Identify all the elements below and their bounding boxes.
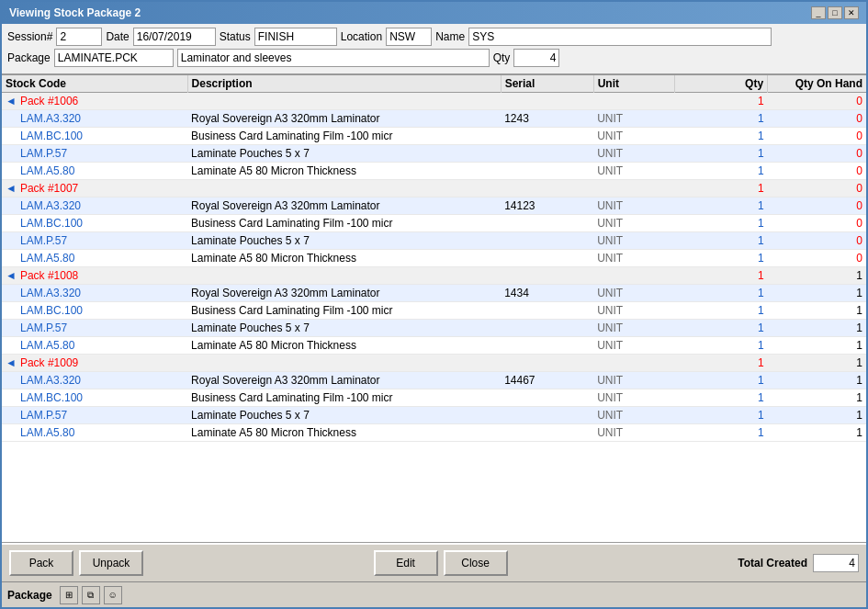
session-input[interactable] bbox=[56, 28, 102, 46]
item-desc: Laminate Pouches 5 x 7 bbox=[187, 407, 501, 424]
table-row: ◄Pack #1009 1 1 bbox=[2, 355, 866, 372]
pack-serial bbox=[501, 355, 593, 372]
item-unit: UNIT bbox=[593, 424, 674, 442]
expand-arrow[interactable]: ◄ bbox=[6, 95, 17, 107]
item-stockcode: LAM.P.57 bbox=[2, 407, 187, 424]
table-row: ◄Pack #1006 1 0 bbox=[2, 93, 866, 110]
expand-arrow[interactable]: ◄ bbox=[6, 356, 17, 369]
col-header-unit: Unit bbox=[593, 75, 674, 93]
item-serial bbox=[501, 215, 593, 232]
item-serial bbox=[501, 424, 593, 442]
item-serial bbox=[501, 389, 593, 407]
button-bar: Pack Unpack Edit Close Total Created bbox=[2, 543, 866, 581]
item-serial: 1434 bbox=[501, 285, 593, 302]
pack-qty: 1 bbox=[675, 180, 768, 197]
qty-label: Qty bbox=[493, 51, 511, 64]
location-input[interactable] bbox=[386, 28, 432, 46]
item-serial bbox=[501, 232, 593, 250]
status-input[interactable] bbox=[254, 28, 337, 46]
bottom-area: Pack Unpack Edit Close Total Created Pac… bbox=[2, 543, 866, 607]
item-stockcode: LAM.P.57 bbox=[2, 320, 187, 337]
form-row-2: Package Qty bbox=[7, 49, 861, 67]
table-row: LAM.A5.80 Laminate A5 80 Micron Thicknes… bbox=[2, 424, 866, 442]
item-stockcode: LAM.A3.320 bbox=[2, 110, 187, 128]
item-desc: Laminate A5 80 Micron Thickness bbox=[187, 250, 501, 267]
item-desc: Royal Sovereign A3 320mm Laminator bbox=[187, 110, 501, 128]
table-row: LAM.BC.100 Business Card Laminating Film… bbox=[2, 302, 866, 320]
package-code-input[interactable] bbox=[54, 49, 174, 67]
pack-unit bbox=[593, 267, 674, 285]
minimize-button[interactable]: _ bbox=[811, 6, 826, 19]
item-stockcode: LAM.A3.320 bbox=[2, 372, 187, 389]
item-unit: UNIT bbox=[593, 320, 674, 337]
edit-button[interactable]: Edit bbox=[374, 550, 438, 576]
item-qtyonhand: 1 bbox=[768, 320, 866, 337]
pack-qty: 1 bbox=[675, 93, 768, 110]
item-serial: 14123 bbox=[501, 197, 593, 215]
item-desc: Laminate Pouches 5 x 7 bbox=[187, 232, 501, 250]
item-desc: Business Card Laminating Film -100 micr bbox=[187, 128, 501, 145]
item-qtyonhand: 0 bbox=[768, 215, 866, 232]
item-qty: 1 bbox=[675, 337, 768, 355]
item-qtyonhand: 1 bbox=[768, 424, 866, 442]
table-row: LAM.BC.100 Business Card Laminating Film… bbox=[2, 215, 866, 232]
pack-serial bbox=[501, 180, 593, 197]
location-label: Location bbox=[341, 30, 382, 43]
item-serial bbox=[501, 145, 593, 163]
date-input[interactable] bbox=[133, 28, 216, 46]
item-qtyonhand: 1 bbox=[768, 285, 866, 302]
close-button[interactable]: ✕ bbox=[844, 6, 859, 19]
item-desc: Business Card Laminating Film -100 micr bbox=[187, 389, 501, 407]
item-unit: UNIT bbox=[593, 232, 674, 250]
item-qty: 1 bbox=[675, 163, 768, 180]
pack-stockcode: ◄Pack #1006 bbox=[2, 93, 187, 110]
package-label: Package bbox=[7, 51, 51, 64]
status-bar: Package ⊞ ⧉ ☺ bbox=[2, 581, 866, 607]
pack-qtyonhand: 0 bbox=[768, 93, 866, 110]
restore-button[interactable]: □ bbox=[828, 6, 842, 19]
pack-desc bbox=[187, 93, 501, 110]
expand-arrow[interactable]: ◄ bbox=[6, 182, 17, 195]
item-qtyonhand: 0 bbox=[768, 232, 866, 250]
pack-unit bbox=[593, 93, 674, 110]
item-stockcode: LAM.BC.100 bbox=[2, 389, 187, 407]
table-row: ◄Pack #1008 1 1 bbox=[2, 267, 866, 285]
item-qty: 1 bbox=[675, 250, 768, 267]
qty-input[interactable] bbox=[513, 49, 559, 67]
expand-arrow[interactable]: ◄ bbox=[6, 269, 17, 282]
item-serial bbox=[501, 163, 593, 180]
item-stockcode: LAM.A3.320 bbox=[2, 197, 187, 215]
item-desc: Laminate A5 80 Micron Thickness bbox=[187, 337, 501, 355]
item-qtyonhand: 0 bbox=[768, 128, 866, 145]
item-qty: 1 bbox=[675, 110, 768, 128]
item-desc: Royal Sovereign A3 320mm Laminator bbox=[187, 197, 501, 215]
item-unit: UNIT bbox=[593, 163, 674, 180]
pack-button[interactable]: Pack bbox=[9, 550, 73, 576]
item-serial bbox=[501, 407, 593, 424]
package-desc-input[interactable] bbox=[177, 49, 490, 67]
close-button-bar[interactable]: Close bbox=[444, 550, 508, 576]
item-stockcode: LAM.BC.100 bbox=[2, 128, 187, 145]
total-created-label: Total Created bbox=[738, 557, 807, 570]
item-stockcode: LAM.A5.80 bbox=[2, 163, 187, 180]
unpack-button[interactable]: Unpack bbox=[79, 550, 143, 576]
pack-stockcode: ◄Pack #1007 bbox=[2, 180, 187, 197]
item-stockcode: LAM.A3.320 bbox=[2, 285, 187, 302]
item-unit: UNIT bbox=[593, 285, 674, 302]
col-header-serial: Serial bbox=[501, 75, 593, 93]
pack-qty: 1 bbox=[675, 355, 768, 372]
table-row: LAM.A3.320 Royal Sovereign A3 320mm Lami… bbox=[2, 372, 866, 389]
copy-icon[interactable]: ⧉ bbox=[82, 586, 100, 604]
grid-icon[interactable]: ⊞ bbox=[60, 586, 78, 604]
person-icon[interactable]: ☺ bbox=[104, 586, 122, 604]
col-header-qtyonhand: Qty On Hand bbox=[768, 75, 866, 93]
table-row: LAM.P.57 Laminate Pouches 5 x 7 UNIT 1 1 bbox=[2, 320, 866, 337]
item-qty: 1 bbox=[675, 389, 768, 407]
pack-serial bbox=[501, 267, 593, 285]
title-bar: Viewing Stock Package 2 _ □ ✕ bbox=[2, 2, 866, 24]
item-desc: Business Card Laminating Film -100 micr bbox=[187, 302, 501, 320]
table-row: LAM.BC.100 Business Card Laminating Film… bbox=[2, 128, 866, 145]
table-row: LAM.P.57 Laminate Pouches 5 x 7 UNIT 1 1 bbox=[2, 407, 866, 424]
name-input[interactable] bbox=[468, 28, 772, 46]
pack-qty: 1 bbox=[675, 267, 768, 285]
